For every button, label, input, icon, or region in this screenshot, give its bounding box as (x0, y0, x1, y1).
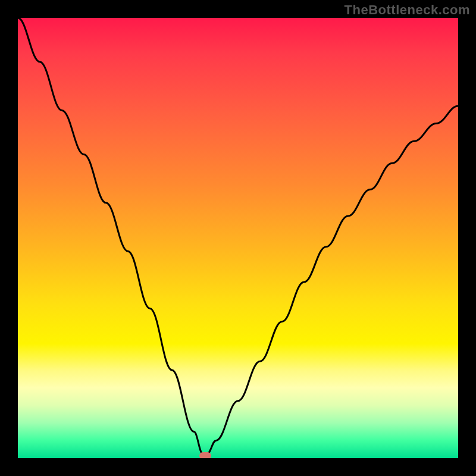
bottleneck-curve (18, 18, 458, 458)
chart-frame: TheBottleneck.com (0, 0, 476, 476)
curve-path (18, 18, 458, 458)
plot-area (18, 18, 458, 458)
minimum-marker (199, 452, 211, 458)
watermark-text: TheBottleneck.com (345, 2, 470, 18)
